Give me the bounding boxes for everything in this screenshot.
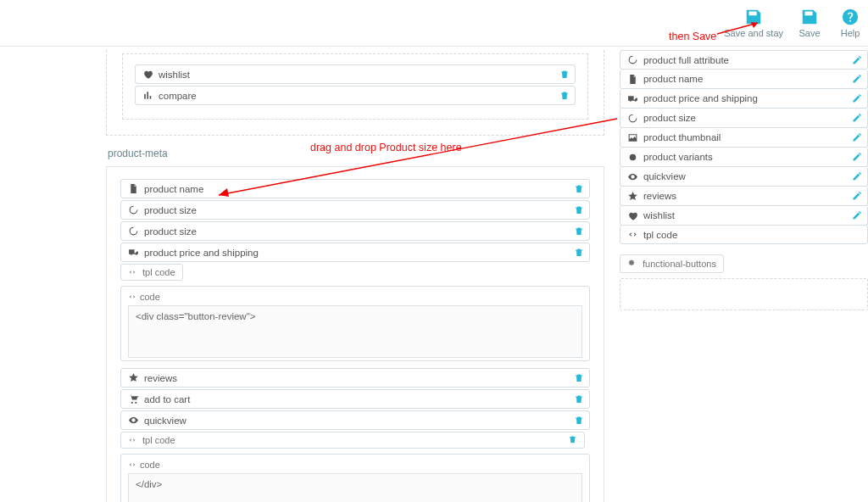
heart-icon — [627, 210, 638, 221]
dropzone[interactable]: wishlist compare — [122, 53, 588, 120]
code-icon — [128, 268, 136, 276]
save-icon — [744, 8, 763, 26]
layout-item[interactable]: product variants — [620, 148, 868, 167]
heart-icon — [142, 69, 153, 80]
code-icon — [128, 460, 136, 469]
edit-icon[interactable] — [852, 152, 862, 162]
save-label: Save — [798, 28, 820, 38]
spinner-icon — [627, 113, 638, 124]
dropzone-panel: wishlist compare — [106, 50, 604, 136]
layout-item[interactable]: product name — [620, 70, 868, 89]
widgets-row-label: tpl code — [643, 230, 862, 240]
edit-icon[interactable] — [852, 74, 862, 84]
layout-item[interactable]: quickview — [620, 167, 868, 187]
delete-icon[interactable] — [559, 70, 570, 80]
layout-item[interactable]: product thumbnail — [620, 128, 868, 148]
functional-buttons-dropzone[interactable] — [620, 278, 868, 310]
puzzle-icon — [627, 259, 636, 268]
layout-item[interactable]: wishlist — [135, 64, 576, 84]
tplcode-label: tpl code — [142, 267, 175, 277]
trash-icon[interactable] — [568, 435, 577, 444]
delete-icon[interactable] — [574, 226, 584, 237]
delete-icon[interactable] — [559, 91, 570, 101]
tplcode-label: tpl code — [142, 435, 175, 445]
layout-item-label: quickview — [643, 171, 852, 181]
code-block: code — [120, 454, 590, 502]
main: wishlist compare product-meta product na… — [0, 47, 868, 502]
layout-item[interactable]: product price and shipping — [620, 89, 868, 109]
layout-item-label: product size — [144, 226, 574, 237]
delete-icon[interactable] — [574, 394, 584, 404]
layout-item[interactable]: product size — [620, 109, 868, 128]
spinner-icon — [128, 204, 139, 215]
edit-icon[interactable] — [852, 210, 862, 220]
code-block: code — [120, 286, 590, 361]
save-and-stay-button[interactable]: Save and stay — [724, 8, 783, 38]
star-icon — [128, 372, 139, 383]
layout-item[interactable]: product price and shipping — [120, 243, 590, 262]
code-textarea[interactable] — [128, 473, 582, 502]
save-button[interactable]: Save — [795, 8, 824, 38]
layout-column: wishlist compare product-meta product na… — [106, 47, 604, 502]
tplcode-chip[interactable]: tpl code — [120, 264, 183, 281]
layout-item-label: product size — [643, 113, 852, 123]
layout-item[interactable]: quickview — [120, 410, 590, 430]
layout-item-label: product price and shipping — [144, 248, 574, 258]
layout-item[interactable]: product full attribute — [620, 50, 868, 70]
delete-icon[interactable] — [574, 373, 584, 383]
layout-item-label: compare — [159, 91, 559, 101]
layout-item[interactable]: reviews — [120, 368, 590, 388]
code-label-text: code — [140, 292, 160, 302]
edit-icon[interactable] — [852, 113, 862, 123]
edit-icon[interactable] — [852, 93, 862, 103]
edit-icon[interactable] — [852, 55, 862, 65]
save-icon — [800, 8, 819, 26]
layout-item-label: add to cart — [144, 394, 574, 404]
widgets-list: product full attribute product name prod… — [620, 50, 868, 226]
layout-item-label: product variants — [643, 152, 852, 162]
tplcode-chip[interactable]: tpl code — [120, 432, 585, 449]
circle-icon — [627, 152, 638, 163]
layout-item-label: product size — [144, 205, 574, 215]
layout-item[interactable]: reviews — [620, 187, 868, 206]
cart-icon — [128, 393, 139, 404]
layout-item-label: reviews — [643, 191, 852, 201]
delete-icon[interactable] — [574, 205, 584, 215]
delete-icon[interactable] — [574, 248, 584, 258]
file-icon — [128, 183, 139, 194]
edit-icon[interactable] — [852, 191, 862, 201]
layout-item-label: wishlist — [643, 210, 852, 220]
functional-buttons-chip[interactable]: functional-buttons — [620, 254, 724, 273]
code-icon — [128, 293, 136, 301]
code-textarea[interactable] — [128, 305, 582, 358]
layout-item[interactable]: add to cart — [120, 389, 590, 409]
functional-buttons-label: functional-buttons — [643, 259, 716, 269]
save-and-stay-label: Save and stay — [724, 28, 783, 38]
layout-item-label: wishlist — [159, 70, 559, 80]
truck-icon — [627, 93, 638, 104]
edit-icon[interactable] — [852, 171, 862, 181]
bars-icon — [142, 90, 153, 101]
spinner-icon — [627, 54, 638, 65]
product-meta-panel: product name product size product size p… — [106, 166, 604, 502]
file-icon — [627, 74, 638, 85]
spinner-icon — [128, 226, 139, 237]
edit-icon[interactable] — [852, 132, 862, 142]
help-button[interactable]: Help — [836, 8, 865, 38]
code-label: code — [128, 292, 582, 302]
layout-item[interactable]: compare — [135, 86, 576, 105]
widgets-row-tplcode[interactable]: tpl code — [620, 225, 868, 244]
layout-item[interactable]: product size — [120, 200, 590, 220]
layout-item[interactable]: wishlist — [620, 206, 868, 226]
layout-item-label: product full attribute — [643, 55, 852, 65]
section-title: product-meta — [108, 148, 604, 159]
layout-item-label: product name — [144, 184, 574, 194]
layout-item[interactable]: product size — [120, 221, 590, 241]
delete-icon[interactable] — [574, 416, 584, 426]
star-icon — [627, 191, 638, 202]
eye-icon — [128, 415, 139, 426]
layout-item[interactable]: product name — [120, 179, 590, 198]
layout-item-label: product thumbnail — [643, 132, 852, 142]
layout-item-label: quickview — [144, 416, 574, 426]
delete-icon[interactable] — [574, 184, 584, 194]
